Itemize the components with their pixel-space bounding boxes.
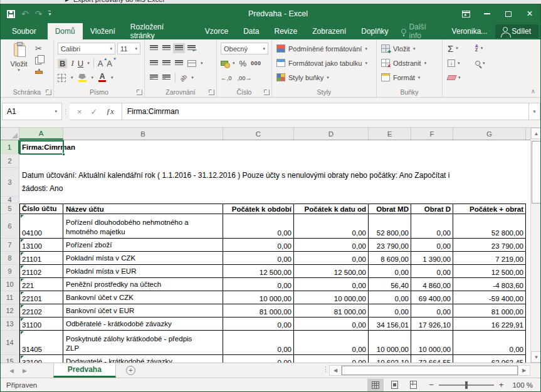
customize-qat-icon[interactable]: ▾ (48, 11, 51, 17)
cell-f7[interactable]: 0,00 (411, 239, 453, 252)
row-header-8[interactable]: 8 (1, 252, 19, 265)
cell-b13[interactable]: Odběratelé - krátkodobé závazky (63, 317, 223, 331)
new-sheet-button[interactable]: + (126, 363, 135, 378)
cell-g5[interactable]: Počátek + obrat (453, 204, 526, 214)
tab-splitter-icon[interactable]: ⋮ (322, 365, 328, 373)
align-right-icon[interactable] (175, 60, 183, 66)
cell-e13[interactable]: 34 156,01 (369, 317, 411, 331)
row-header-1[interactable]: 1 (1, 140, 19, 154)
font-size-combo[interactable]: 11▾ (117, 43, 140, 54)
underline-dropdown-icon[interactable]: ▾ (87, 61, 90, 66)
tab-zobrazen[interactable]: Zobrazení (305, 23, 354, 39)
cell-d8[interactable]: 0,00 (294, 252, 369, 265)
decrease-decimal-icon[interactable]: ,00→ (237, 75, 251, 81)
tab-vzorce[interactable]: Vzorce (197, 23, 236, 39)
scroll-right-icon[interactable]: ▶ (518, 366, 530, 375)
bold-button[interactable]: B (58, 59, 67, 68)
cell-e10[interactable]: 56,40 (369, 278, 411, 291)
column-header-g[interactable]: G (453, 128, 526, 140)
orientation-dropdown-icon[interactable]: ▾ (191, 75, 194, 80)
accounting-dropdown-icon[interactable]: ▾ (233, 61, 235, 66)
scroll-down-icon[interactable]: ▼ (531, 351, 541, 363)
share-button[interactable]: Sdílet (495, 24, 538, 38)
cell-a7[interactable]: 13100 (19, 239, 63, 252)
row-header-14[interactable]: 14 (1, 331, 19, 355)
row-header-13[interactable]: 13 (1, 317, 19, 331)
undo-icon[interactable]: ↶ (21, 9, 29, 18)
merge-center-icon[interactable] (187, 60, 196, 67)
cell-g11[interactable]: -59 400,00 (453, 291, 526, 304)
cell-f5[interactable]: Obrat D (411, 204, 453, 214)
autosum-dropdown-icon[interactable]: ▾ (456, 46, 458, 51)
autosum-button[interactable]: Σ (448, 44, 453, 53)
align-bottom-icon[interactable] (175, 45, 183, 51)
cell-b14[interactable]: Poskytnuté zálohy krátkodobé - předpis Z… (63, 331, 223, 355)
close-button[interactable]: × (519, 4, 540, 23)
maximize-button[interactable] (498, 4, 519, 23)
cell-f6[interactable]: 0,00 (411, 214, 453, 239)
cell-a8[interactable]: 21101 (19, 252, 63, 265)
cell-b10[interactable]: Peněžní prostředky na účtech (63, 278, 223, 291)
cancel-icon[interactable]: × (77, 107, 82, 116)
cell-f9[interactable]: 0,00 (411, 265, 453, 278)
tab-soubor[interactable]: Soubor (1, 23, 48, 39)
grow-font-button[interactable]: A (98, 59, 103, 68)
cell-b11[interactable]: Bankovní účet v CZK (63, 291, 223, 304)
prev-sheet-icon[interactable]: ◀ (9, 368, 14, 374)
clear-icon[interactable] (447, 75, 457, 80)
column-header-f[interactable]: F (411, 128, 453, 140)
cut-icon[interactable]: ✂ (35, 44, 42, 53)
cell-c7[interactable]: 0,00 (223, 239, 294, 252)
vlo-it-button[interactable]: Vložit▾ (381, 43, 426, 54)
column-header-c[interactable]: C (223, 128, 294, 140)
row-header-9[interactable]: 9 (1, 265, 19, 278)
cell-g8[interactable]: 7 219,00 (453, 252, 526, 265)
underline-button[interactable]: U (78, 59, 83, 68)
tab-dom[interactable]: Domů (48, 23, 83, 39)
cell-f12[interactable]: 0,00 (411, 304, 453, 317)
cell-c15[interactable]: 0,00 (223, 355, 294, 363)
sort-filter-icon[interactable]: AZ (475, 44, 478, 52)
column-header-d[interactable]: D (294, 128, 369, 140)
vertical-scrollbar[interactable]: ▲ ▼ (530, 128, 541, 363)
cell-f11[interactable]: 69 400,00 (411, 291, 453, 304)
cell-a13[interactable]: 31100 (19, 317, 63, 331)
zoom-slider[interactable] (439, 384, 494, 386)
redo-icon[interactable]: ↷ (35, 9, 43, 18)
cell-c11[interactable]: 10 000,00 (223, 291, 294, 304)
font-color-button[interactable]: A (98, 73, 106, 82)
minimize-button[interactable] (476, 4, 498, 23)
horizontal-scrollbar[interactable]: ◀ ▶ (329, 365, 530, 376)
tab-rozlo-en-str-nky[interactable]: Rozložení stránky (123, 23, 197, 39)
fill-color-dropdown-icon[interactable]: ▾ (92, 75, 94, 80)
row-header-4[interactable]: 4 (1, 197, 19, 204)
row-header-2[interactable]: 2 (1, 154, 19, 168)
scroll-left-icon[interactable]: ◀ (330, 366, 342, 375)
cell-d14[interactable]: 0,00 (294, 331, 369, 355)
cell-e11[interactable]: 0,00 (369, 291, 411, 304)
align-left-icon[interactable] (150, 60, 158, 66)
cell-g10[interactable]: -4 803,60 (453, 278, 526, 291)
formula-input[interactable]: Firma:Cimrman (122, 103, 529, 120)
cell-e5[interactable]: Obrat MD (369, 204, 411, 214)
cell-g13[interactable]: 16 229,91 (453, 317, 526, 331)
cell-b6[interactable]: Pořízení dlouhodobého nehmotného a hmotn… (63, 214, 223, 239)
percent-style-button[interactable]: % (239, 59, 247, 68)
find-dropdown-icon[interactable]: ▾ (483, 61, 485, 66)
cell-f13[interactable]: 17 926,10 (411, 317, 453, 331)
number-format-combo[interactable]: Obecný▾ (221, 43, 268, 54)
cell-d9[interactable]: 12 500,00 (294, 265, 369, 278)
cell-a15[interactable]: 32100 (19, 355, 63, 363)
cell-g12[interactable]: 81 000,00 (453, 304, 526, 317)
cell-c6[interactable]: 0,00 (223, 214, 294, 239)
name-box[interactable]: A1▾ (2, 103, 62, 120)
fill-down-icon[interactable]: ↓ (448, 59, 455, 67)
cell-f14[interactable]: 10 000,00 (411, 331, 453, 355)
collapse-ribbon-icon[interactable]: ∧ (531, 88, 535, 95)
font-color-dropdown-icon[interactable]: ▾ (111, 75, 113, 80)
odstranit-button[interactable]: Odstranit▾ (381, 58, 426, 68)
increase-indent-icon[interactable] (162, 75, 171, 81)
cell-d13[interactable]: 0,00 (294, 317, 369, 331)
fill-color-button[interactable] (78, 74, 87, 82)
cell-d11[interactable]: 10 000,00 (294, 291, 369, 304)
